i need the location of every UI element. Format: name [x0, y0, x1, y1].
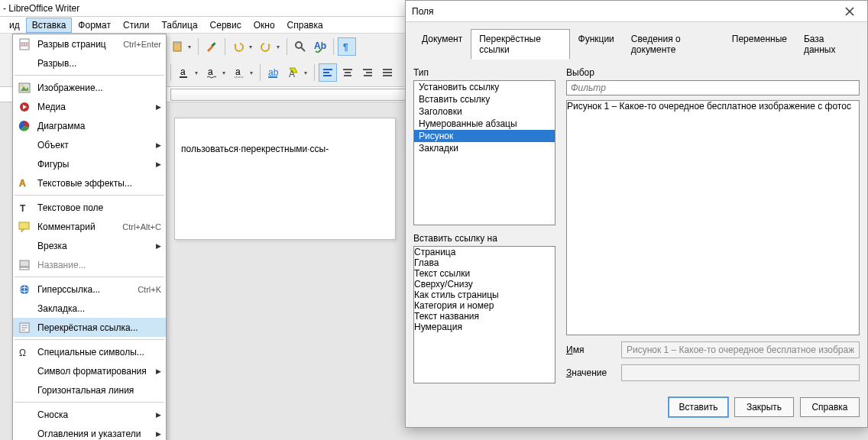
toolbar-underline-dot-button[interactable]: a: [230, 63, 248, 82]
menu-item-formatting-symbol[interactable]: Символ форматирования ▶: [13, 361, 166, 380]
menu-item-insert[interactable]: Вставка: [26, 18, 73, 33]
list-item[interactable]: Вставить ссылку: [414, 93, 555, 105]
chevron-down-icon[interactable]: ▾: [222, 70, 228, 76]
close-icon: [845, 7, 854, 16]
menu-item-text-field[interactable]: T Текстовое поле: [13, 198, 166, 217]
menu-item-view[interactable]: ид: [3, 18, 26, 33]
value-label: Значение: [566, 367, 614, 378]
menu-item-chart[interactable]: Диаграмма: [13, 116, 166, 135]
menu-item-footnote[interactable]: Сноска ▶: [13, 405, 166, 424]
tab-docinfo[interactable]: Сведения о документе: [623, 29, 724, 60]
menu-item-bookmark[interactable]: Закладка...: [13, 299, 166, 318]
menu-item-cross-reference[interactable]: Перекрёстная ссылка...: [13, 318, 166, 337]
menu-item-special-chars[interactable]: Ω Специальные символы...: [13, 342, 166, 361]
selection-listbox[interactable]: Рисунок 1 – Какое-то очередное бесплатно…: [566, 100, 860, 335]
list-item[interactable]: Заголовки: [414, 105, 555, 118]
toolbar-redo-button[interactable]: [257, 37, 275, 56]
menu-item-media[interactable]: Медиа ▶: [13, 97, 166, 116]
chevron-down-icon[interactable]: ▾: [188, 44, 194, 50]
menu-item-break[interactable]: Разрыв...: [13, 53, 166, 73]
tab-database[interactable]: База данных: [795, 29, 860, 60]
toolbar-undo-button[interactable]: [229, 37, 248, 56]
list-item[interactable]: Рисунок 1 – Какое-то очередное бесплатно…: [567, 101, 859, 112]
toolbar-align-left-button[interactable]: [319, 63, 337, 82]
menu-item-page-break[interactable]: Разрыв страниц Ctrl+Enter: [13, 34, 166, 53]
toolbar-formatting-marks-button[interactable]: ¶: [338, 37, 356, 56]
menu-item-table[interactable]: Таблица: [156, 18, 204, 33]
close-button[interactable]: [838, 3, 861, 20]
list-item[interactable]: Нумерация: [414, 322, 555, 332]
media-icon: [16, 99, 33, 115]
menu-item-tools[interactable]: Сервис: [204, 18, 248, 33]
menu-item-frame[interactable]: Врезка ▶: [13, 236, 166, 255]
list-item[interactable]: Нумерованные абзацы: [414, 118, 555, 130]
toolbar-align-right-button[interactable]: [358, 63, 377, 82]
insert-menu-dropdown: Разрыв страниц Ctrl+Enter Разрыв... Изоб…: [12, 34, 167, 440]
tab-cross-references[interactable]: Перекрёстные ссылки: [471, 29, 569, 60]
menu-item-styles[interactable]: Стили: [117, 18, 156, 33]
toolbar-find-button[interactable]: [291, 37, 309, 56]
menu-item-help[interactable]: Справка: [281, 18, 329, 33]
list-item[interactable]: Текст ссылки: [414, 268, 555, 279]
toolbar-underline-a-button[interactable]: a: [175, 63, 193, 82]
svg-rect-39: [20, 260, 29, 267]
insert-button[interactable]: Вставить: [669, 397, 728, 417]
separator-icon: [15, 339, 164, 340]
menu-item-caption[interactable]: Название...: [13, 255, 166, 274]
chevron-down-icon[interactable]: ▾: [277, 44, 283, 50]
tab-functions[interactable]: Функции: [570, 29, 623, 60]
separator-icon: [15, 75, 164, 76]
menu-item-comment[interactable]: Комментарий Ctrl+Alt+C: [13, 217, 166, 236]
list-item[interactable]: Рисунок: [414, 130, 555, 142]
help-button[interactable]: Справка: [800, 397, 860, 417]
list-item[interactable]: Глава: [414, 257, 555, 268]
list-item[interactable]: Как стиль страницы: [414, 290, 555, 300]
toolbar-char-bg-button[interactable]: ab: [264, 63, 283, 82]
menu-item-text-effects[interactable]: A Текстовые эффекты...: [13, 173, 166, 192]
svg-rect-40: [20, 267, 29, 270]
tab-variables[interactable]: Переменные: [724, 29, 795, 60]
type-listbox[interactable]: Установить ссылку Вставить ссылку Заголо…: [413, 80, 555, 225]
name-input[interactable]: [621, 341, 860, 358]
chevron-down-icon[interactable]: ▾: [249, 44, 255, 50]
separator-icon: [287, 38, 287, 55]
list-item[interactable]: Текст названия: [414, 311, 555, 322]
text-effects-icon: A: [16, 176, 33, 191]
close-dialog-button[interactable]: Закрыть: [734, 397, 794, 417]
insert-on-listbox[interactable]: Страница Глава Текст ссылки Сверху/Снизу…: [413, 246, 555, 383]
svg-rect-27: [20, 39, 29, 43]
menu-item-image[interactable]: Изображение...: [13, 78, 166, 97]
chevron-down-icon[interactable]: ▾: [304, 70, 310, 76]
document-page[interactable]: пользоваться·перекрестными·ссы-: [174, 118, 396, 240]
toolbar-align-center-button[interactable]: [338, 63, 357, 82]
value-input[interactable]: [621, 364, 860, 381]
toolbar-brush-button[interactable]: [202, 37, 221, 56]
chevron-right-icon: ▶: [154, 103, 161, 111]
list-item[interactable]: Сверху/Снизу: [414, 279, 555, 290]
list-item[interactable]: Установить ссылку: [414, 81, 555, 93]
menu-item-horizontal-line[interactable]: Горизонтальная линия: [13, 380, 166, 400]
menu-item-hyperlink[interactable]: Гиперссылка... Ctrl+K: [13, 280, 166, 299]
list-item[interactable]: Категория и номер: [414, 300, 555, 311]
menu-item-shapes[interactable]: Фигуры ▶: [13, 154, 166, 173]
menu-item-object[interactable]: Объект ▶: [13, 135, 166, 154]
menu-item-window[interactable]: Окно: [248, 18, 281, 33]
toolbar-align-justify-button[interactable]: [378, 63, 397, 82]
toolbar-highlight-button[interactable]: A: [284, 63, 303, 82]
svg-rect-28: [20, 46, 29, 50]
separator-icon: [15, 195, 164, 196]
dialog-titlebar[interactable]: Поля: [406, 1, 867, 22]
tab-document[interactable]: Документ: [413, 29, 471, 60]
chevron-down-icon[interactable]: ▾: [195, 70, 201, 76]
menu-item-toc-indexes[interactable]: Оглавления и указатели ▶: [13, 424, 166, 440]
toolbar-underline-wave-button[interactable]: a: [202, 63, 221, 82]
svg-text:T: T: [20, 203, 26, 214]
chevron-down-icon[interactable]: ▾: [250, 70, 256, 76]
menu-item-format[interactable]: Формат: [72, 18, 117, 33]
toolbar-spellcheck-button[interactable]: Abc: [311, 37, 329, 56]
filter-input[interactable]: [566, 80, 860, 95]
toolbar-paste-button[interactable]: [168, 37, 186, 56]
list-item[interactable]: Страница: [414, 247, 555, 257]
text-field-icon: T: [16, 200, 33, 215]
list-item[interactable]: Закладки: [414, 142, 555, 154]
